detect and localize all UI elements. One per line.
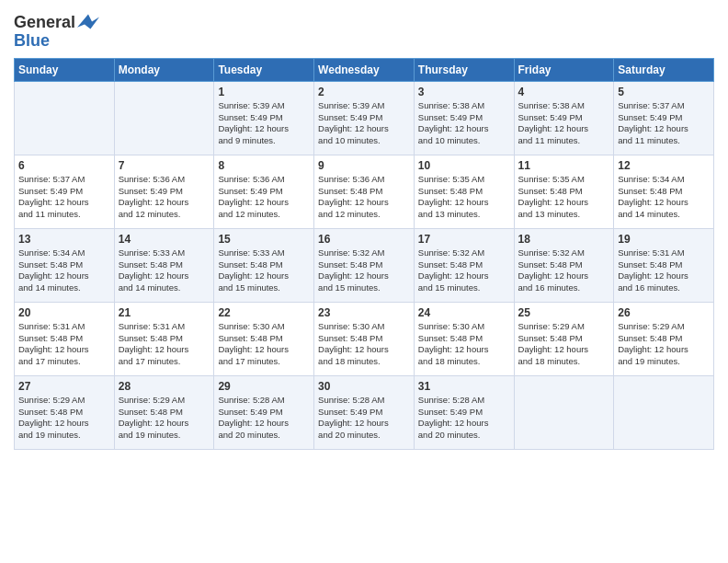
calendar-cell: 22Sunrise: 5:30 AM Sunset: 5:48 PM Dayli…	[214, 302, 314, 375]
calendar-cell: 1Sunrise: 5:39 AM Sunset: 5:49 PM Daylig…	[214, 81, 314, 155]
calendar-cell: 30Sunrise: 5:28 AM Sunset: 5:49 PM Dayli…	[314, 375, 415, 449]
calendar-cell: 27Sunrise: 5:29 AM Sunset: 5:48 PM Dayli…	[15, 375, 115, 449]
day-number: 1	[218, 86, 310, 98]
day-info: Sunrise: 5:37 AM Sunset: 5:49 PM Dayligh…	[618, 100, 710, 147]
day-info: Sunrise: 5:35 AM Sunset: 5:48 PM Dayligh…	[518, 174, 610, 221]
calendar-week-2: 13Sunrise: 5:34 AM Sunset: 5:48 PM Dayli…	[15, 228, 714, 302]
calendar-cell	[114, 81, 214, 155]
logo-bird-icon	[77, 14, 99, 32]
day-info: Sunrise: 5:38 AM Sunset: 5:49 PM Dayligh…	[418, 100, 510, 147]
day-number: 13	[18, 233, 110, 246]
logo-blue-text: Blue	[14, 31, 50, 50]
day-number: 16	[318, 233, 410, 246]
calendar-cell	[614, 375, 714, 449]
calendar-cell: 11Sunrise: 5:35 AM Sunset: 5:48 PM Dayli…	[514, 155, 614, 228]
calendar-week-1: 6Sunrise: 5:37 AM Sunset: 5:49 PM Daylig…	[15, 155, 714, 228]
weekday-header-saturday: Saturday	[614, 58, 714, 81]
weekday-header-monday: Monday	[114, 58, 214, 81]
logo: General Blue	[14, 14, 99, 51]
calendar-cell: 21Sunrise: 5:31 AM Sunset: 5:48 PM Dayli…	[114, 302, 214, 375]
day-number: 10	[418, 159, 510, 172]
day-info: Sunrise: 5:34 AM Sunset: 5:48 PM Dayligh…	[618, 174, 710, 221]
day-info: Sunrise: 5:33 AM Sunset: 5:48 PM Dayligh…	[119, 247, 210, 294]
day-number: 11	[518, 159, 610, 172]
calendar-cell: 4Sunrise: 5:38 AM Sunset: 5:49 PM Daylig…	[514, 81, 614, 155]
calendar-cell: 25Sunrise: 5:29 AM Sunset: 5:48 PM Dayli…	[514, 302, 614, 375]
day-info: Sunrise: 5:32 AM Sunset: 5:48 PM Dayligh…	[518, 247, 610, 294]
day-number: 30	[318, 380, 410, 393]
day-info: Sunrise: 5:29 AM Sunset: 5:48 PM Dayligh…	[119, 395, 210, 442]
day-number: 23	[318, 306, 410, 319]
calendar-cell	[514, 375, 614, 449]
day-info: Sunrise: 5:33 AM Sunset: 5:48 PM Dayligh…	[218, 247, 310, 294]
calendar-cell: 7Sunrise: 5:36 AM Sunset: 5:49 PM Daylig…	[114, 155, 214, 228]
day-info: Sunrise: 5:32 AM Sunset: 5:48 PM Dayligh…	[318, 247, 410, 294]
day-info: Sunrise: 5:28 AM Sunset: 5:49 PM Dayligh…	[318, 395, 410, 442]
weekday-header-tuesday: Tuesday	[214, 58, 314, 81]
calendar-cell: 14Sunrise: 5:33 AM Sunset: 5:48 PM Dayli…	[114, 228, 214, 302]
calendar-cell: 17Sunrise: 5:32 AM Sunset: 5:48 PM Dayli…	[414, 228, 514, 302]
day-info: Sunrise: 5:36 AM Sunset: 5:48 PM Dayligh…	[318, 174, 410, 221]
day-info: Sunrise: 5:30 AM Sunset: 5:48 PM Dayligh…	[318, 321, 410, 368]
svg-marker-0	[77, 14, 99, 29]
day-number: 25	[518, 306, 610, 319]
calendar-cell: 2Sunrise: 5:39 AM Sunset: 5:49 PM Daylig…	[314, 81, 415, 155]
day-number: 4	[518, 86, 610, 98]
logo-general-text: General	[14, 14, 75, 32]
day-number: 18	[518, 233, 610, 246]
day-number: 8	[218, 159, 310, 172]
day-number: 9	[318, 159, 410, 172]
day-number: 2	[318, 86, 410, 98]
weekday-header-thursday: Thursday	[414, 58, 514, 81]
calendar-cell: 31Sunrise: 5:28 AM Sunset: 5:49 PM Dayli…	[414, 375, 514, 449]
calendar-cell: 16Sunrise: 5:32 AM Sunset: 5:48 PM Dayli…	[314, 228, 415, 302]
day-number: 22	[218, 306, 310, 319]
calendar-cell: 5Sunrise: 5:37 AM Sunset: 5:49 PM Daylig…	[614, 81, 714, 155]
calendar-cell: 9Sunrise: 5:36 AM Sunset: 5:48 PM Daylig…	[314, 155, 415, 228]
calendar-week-4: 27Sunrise: 5:29 AM Sunset: 5:48 PM Dayli…	[15, 375, 714, 449]
calendar-cell: 13Sunrise: 5:34 AM Sunset: 5:48 PM Dayli…	[15, 228, 115, 302]
calendar-cell: 19Sunrise: 5:31 AM Sunset: 5:48 PM Dayli…	[614, 228, 714, 302]
calendar-body: 1Sunrise: 5:39 AM Sunset: 5:49 PM Daylig…	[15, 81, 714, 449]
day-info: Sunrise: 5:39 AM Sunset: 5:49 PM Dayligh…	[218, 100, 310, 147]
day-info: Sunrise: 5:28 AM Sunset: 5:49 PM Dayligh…	[218, 395, 310, 442]
day-number: 24	[418, 306, 510, 319]
day-number: 29	[218, 380, 310, 393]
day-number: 15	[218, 233, 310, 246]
day-number: 19	[618, 233, 710, 246]
day-info: Sunrise: 5:30 AM Sunset: 5:48 PM Dayligh…	[418, 321, 510, 368]
calendar-cell: 28Sunrise: 5:29 AM Sunset: 5:48 PM Dayli…	[114, 375, 214, 449]
header: General Blue	[14, 9, 714, 51]
calendar-cell: 23Sunrise: 5:30 AM Sunset: 5:48 PM Dayli…	[314, 302, 415, 375]
day-info: Sunrise: 5:29 AM Sunset: 5:48 PM Dayligh…	[518, 321, 610, 368]
calendar-table: SundayMondayTuesdayWednesdayThursdayFrid…	[14, 58, 714, 450]
calendar-cell	[15, 81, 115, 155]
day-number: 27	[18, 380, 110, 393]
day-number: 20	[18, 306, 110, 319]
day-info: Sunrise: 5:28 AM Sunset: 5:49 PM Dayligh…	[418, 395, 510, 442]
day-number: 6	[18, 159, 110, 172]
day-number: 3	[418, 86, 510, 98]
calendar-cell: 24Sunrise: 5:30 AM Sunset: 5:48 PM Dayli…	[414, 302, 514, 375]
calendar-cell: 29Sunrise: 5:28 AM Sunset: 5:49 PM Dayli…	[214, 375, 314, 449]
calendar-week-0: 1Sunrise: 5:39 AM Sunset: 5:49 PM Daylig…	[15, 81, 714, 155]
day-info: Sunrise: 5:39 AM Sunset: 5:49 PM Dayligh…	[318, 100, 410, 147]
day-number: 21	[119, 306, 210, 319]
day-number: 31	[418, 380, 510, 393]
day-info: Sunrise: 5:32 AM Sunset: 5:48 PM Dayligh…	[418, 247, 510, 294]
day-info: Sunrise: 5:36 AM Sunset: 5:49 PM Dayligh…	[119, 174, 210, 221]
weekday-header-friday: Friday	[514, 58, 614, 81]
calendar-cell: 20Sunrise: 5:31 AM Sunset: 5:48 PM Dayli…	[15, 302, 115, 375]
page: General Blue SundayMondayTuesdayWednesda…	[0, 0, 728, 563]
calendar-cell: 8Sunrise: 5:36 AM Sunset: 5:49 PM Daylig…	[214, 155, 314, 228]
day-number: 12	[618, 159, 710, 172]
day-info: Sunrise: 5:29 AM Sunset: 5:48 PM Dayligh…	[618, 321, 710, 368]
calendar-cell: 6Sunrise: 5:37 AM Sunset: 5:49 PM Daylig…	[15, 155, 115, 228]
weekday-header-sunday: Sunday	[15, 58, 115, 81]
calendar-cell: 18Sunrise: 5:32 AM Sunset: 5:48 PM Dayli…	[514, 228, 614, 302]
calendar-week-3: 20Sunrise: 5:31 AM Sunset: 5:48 PM Dayli…	[15, 302, 714, 375]
day-info: Sunrise: 5:29 AM Sunset: 5:48 PM Dayligh…	[18, 395, 110, 442]
day-info: Sunrise: 5:35 AM Sunset: 5:48 PM Dayligh…	[418, 174, 510, 221]
calendar-cell: 3Sunrise: 5:38 AM Sunset: 5:49 PM Daylig…	[414, 81, 514, 155]
day-info: Sunrise: 5:31 AM Sunset: 5:48 PM Dayligh…	[119, 321, 210, 368]
